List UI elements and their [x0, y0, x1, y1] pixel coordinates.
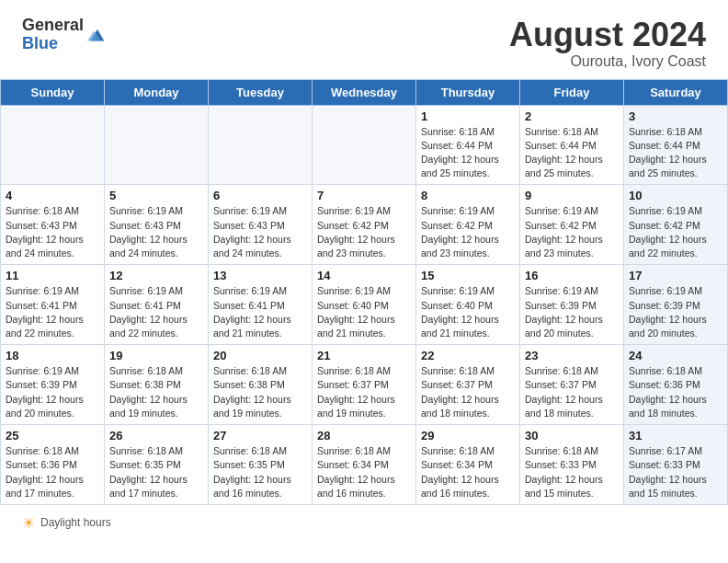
day-header-monday: Monday: [105, 79, 209, 105]
calendar-cell: 3Sunrise: 6:18 AM Sunset: 6:44 PM Daylig…: [624, 105, 728, 185]
day-info: Sunrise: 6:19 AM Sunset: 6:41 PM Dayligh…: [213, 284, 307, 340]
calendar-footer: ☀ Daylight hours: [0, 512, 728, 539]
logo-blue-text: Blue: [22, 35, 84, 53]
day-number: 14: [317, 269, 411, 282]
day-info: Sunrise: 6:18 AM Sunset: 6:44 PM Dayligh…: [421, 125, 515, 181]
calendar-week-3: 11Sunrise: 6:19 AM Sunset: 6:41 PM Dayli…: [1, 265, 728, 345]
calendar-cell: 25Sunrise: 6:18 AM Sunset: 6:36 PM Dayli…: [1, 425, 105, 505]
calendar-week-4: 18Sunrise: 6:19 AM Sunset: 6:39 PM Dayli…: [1, 345, 728, 425]
calendar-title: August 2024: [509, 17, 706, 53]
day-number: 7: [317, 189, 411, 202]
calendar-header-row: SundayMondayTuesdayWednesdayThursdayFrid…: [1, 79, 728, 105]
calendar-cell: 29Sunrise: 6:18 AM Sunset: 6:34 PM Dayli…: [416, 425, 520, 505]
calendar-cell: 12Sunrise: 6:19 AM Sunset: 6:41 PM Dayli…: [105, 265, 209, 345]
day-info: Sunrise: 6:18 AM Sunset: 6:34 PM Dayligh…: [421, 444, 515, 500]
calendar-cell: 23Sunrise: 6:18 AM Sunset: 6:37 PM Dayli…: [520, 345, 624, 425]
day-number: 3: [629, 109, 722, 123]
day-info: Sunrise: 6:19 AM Sunset: 6:39 PM Dayligh…: [6, 364, 99, 420]
calendar-cell: 16Sunrise: 6:19 AM Sunset: 6:39 PM Dayli…: [520, 265, 624, 345]
page-header: General Blue August 2024 Ourouta, Ivory …: [0, 0, 728, 79]
day-number: 11: [6, 269, 99, 282]
calendar-cell: 30Sunrise: 6:18 AM Sunset: 6:33 PM Dayli…: [520, 425, 624, 505]
day-info: Sunrise: 6:19 AM Sunset: 6:42 PM Dayligh…: [629, 204, 722, 260]
day-info: Sunrise: 6:19 AM Sunset: 6:42 PM Dayligh…: [421, 204, 515, 260]
day-number: 26: [109, 429, 203, 442]
calendar-cell: 8Sunrise: 6:19 AM Sunset: 6:42 PM Daylig…: [416, 185, 520, 265]
day-number: 9: [525, 189, 619, 202]
calendar-cell: 24Sunrise: 6:18 AM Sunset: 6:36 PM Dayli…: [624, 345, 728, 425]
calendar-cell: 9Sunrise: 6:19 AM Sunset: 6:42 PM Daylig…: [520, 185, 624, 265]
day-info: Sunrise: 6:18 AM Sunset: 6:36 PM Dayligh…: [629, 364, 722, 420]
day-header-wednesday: Wednesday: [313, 79, 416, 105]
day-info: Sunrise: 6:18 AM Sunset: 6:33 PM Dayligh…: [525, 444, 619, 500]
day-number: 4: [6, 189, 99, 202]
day-info: Sunrise: 6:18 AM Sunset: 6:37 PM Dayligh…: [421, 364, 515, 420]
day-number: 31: [629, 429, 722, 442]
day-info: Sunrise: 6:19 AM Sunset: 6:40 PM Dayligh…: [317, 284, 411, 340]
day-header-thursday: Thursday: [416, 79, 520, 105]
day-info: Sunrise: 6:19 AM Sunset: 6:41 PM Dayligh…: [109, 284, 203, 340]
day-info: Sunrise: 6:18 AM Sunset: 6:38 PM Dayligh…: [109, 364, 203, 420]
calendar-cell: 26Sunrise: 6:18 AM Sunset: 6:35 PM Dayli…: [105, 425, 209, 505]
day-info: Sunrise: 6:19 AM Sunset: 6:43 PM Dayligh…: [213, 204, 307, 260]
day-number: 21: [317, 349, 411, 362]
day-info: Sunrise: 6:19 AM Sunset: 6:40 PM Dayligh…: [421, 284, 515, 340]
day-number: 20: [213, 349, 307, 362]
day-info: Sunrise: 6:19 AM Sunset: 6:39 PM Dayligh…: [629, 284, 722, 340]
logo-general-text: General: [22, 17, 84, 35]
title-block: August 2024 Ourouta, Ivory Coast: [509, 17, 706, 70]
day-number: 5: [109, 189, 203, 202]
calendar-cell: [209, 105, 313, 185]
day-info: Sunrise: 6:18 AM Sunset: 6:44 PM Dayligh…: [629, 125, 722, 181]
day-header-saturday: Saturday: [624, 79, 728, 105]
calendar-cell: [1, 105, 105, 185]
calendar-cell: 17Sunrise: 6:19 AM Sunset: 6:39 PM Dayli…: [624, 265, 728, 345]
daylight-label: Daylight hours: [40, 516, 111, 529]
calendar-cell: 7Sunrise: 6:19 AM Sunset: 6:42 PM Daylig…: [313, 185, 416, 265]
day-info: Sunrise: 6:18 AM Sunset: 6:34 PM Dayligh…: [317, 444, 411, 500]
calendar-cell: 4Sunrise: 6:18 AM Sunset: 6:43 PM Daylig…: [1, 185, 105, 265]
calendar-cell: 1Sunrise: 6:18 AM Sunset: 6:44 PM Daylig…: [416, 105, 520, 185]
day-number: 8: [421, 189, 515, 202]
calendar-cell: 10Sunrise: 6:19 AM Sunset: 6:42 PM Dayli…: [624, 185, 728, 265]
day-number: 27: [213, 429, 307, 442]
day-number: 6: [213, 189, 307, 202]
day-number: 30: [525, 429, 619, 442]
day-info: Sunrise: 6:19 AM Sunset: 6:42 PM Dayligh…: [317, 204, 411, 260]
day-number: 25: [6, 429, 99, 442]
calendar-cell: [313, 105, 416, 185]
day-number: 12: [109, 269, 203, 282]
day-number: 1: [421, 109, 515, 123]
logo: General Blue: [22, 17, 108, 53]
day-info: Sunrise: 6:18 AM Sunset: 6:43 PM Dayligh…: [6, 204, 99, 260]
day-header-friday: Friday: [520, 79, 624, 105]
calendar-cell: 21Sunrise: 6:18 AM Sunset: 6:37 PM Dayli…: [313, 345, 416, 425]
day-info: Sunrise: 6:18 AM Sunset: 6:37 PM Dayligh…: [317, 364, 411, 420]
day-info: Sunrise: 6:18 AM Sunset: 6:35 PM Dayligh…: [109, 444, 203, 500]
day-info: Sunrise: 6:17 AM Sunset: 6:33 PM Dayligh…: [629, 444, 722, 500]
calendar-cell: 15Sunrise: 6:19 AM Sunset: 6:40 PM Dayli…: [416, 265, 520, 345]
day-info: Sunrise: 6:18 AM Sunset: 6:38 PM Dayligh…: [213, 364, 307, 420]
day-number: 10: [629, 189, 722, 202]
calendar-week-5: 25Sunrise: 6:18 AM Sunset: 6:36 PM Dayli…: [1, 425, 728, 505]
day-header-tuesday: Tuesday: [209, 79, 313, 105]
calendar-cell: 11Sunrise: 6:19 AM Sunset: 6:41 PM Dayli…: [1, 265, 105, 345]
calendar-cell: 6Sunrise: 6:19 AM Sunset: 6:43 PM Daylig…: [209, 185, 313, 265]
day-number: 2: [525, 109, 619, 123]
calendar-cell: 18Sunrise: 6:19 AM Sunset: 6:39 PM Dayli…: [1, 345, 105, 425]
day-number: 22: [421, 349, 515, 362]
day-number: 29: [421, 429, 515, 442]
calendar-cell: 28Sunrise: 6:18 AM Sunset: 6:34 PM Dayli…: [313, 425, 416, 505]
day-number: 15: [421, 269, 515, 282]
day-info: Sunrise: 6:19 AM Sunset: 6:39 PM Dayligh…: [525, 284, 619, 340]
calendar-subtitle: Ourouta, Ivory Coast: [509, 53, 706, 70]
day-info: Sunrise: 6:18 AM Sunset: 6:35 PM Dayligh…: [213, 444, 307, 500]
calendar-cell: [105, 105, 209, 185]
calendar-cell: 5Sunrise: 6:19 AM Sunset: 6:43 PM Daylig…: [105, 185, 209, 265]
calendar-table: SundayMondayTuesdayWednesdayThursdayFrid…: [0, 79, 728, 505]
day-info: Sunrise: 6:18 AM Sunset: 6:44 PM Dayligh…: [525, 125, 619, 181]
logo-icon: [87, 26, 108, 46]
day-info: Sunrise: 6:19 AM Sunset: 6:42 PM Dayligh…: [525, 204, 619, 260]
calendar-cell: 2Sunrise: 6:18 AM Sunset: 6:44 PM Daylig…: [520, 105, 624, 185]
day-header-sunday: Sunday: [1, 79, 105, 105]
